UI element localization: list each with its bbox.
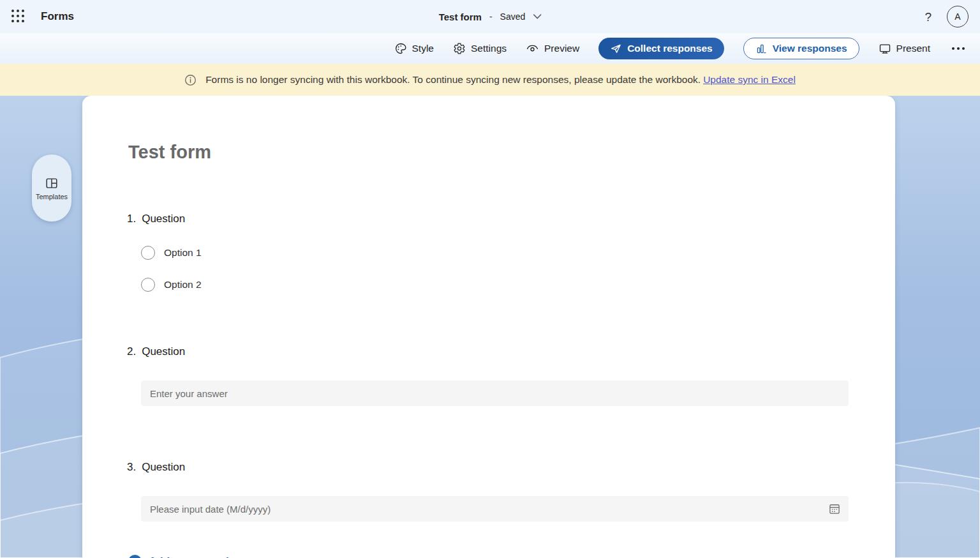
app-launcher-icon[interactable]: [11, 10, 26, 24]
question-2[interactable]: 2. Question: [127, 345, 895, 406]
date-answer-input[interactable]: [141, 496, 849, 522]
save-status: Saved: [500, 11, 526, 22]
sync-warning-banner: Forms is no longer syncing with this wor…: [0, 64, 980, 96]
top-app-bar: Forms Test form - Saved ? A: [0, 0, 980, 33]
chevron-down-icon: [533, 14, 541, 19]
form-toolbar: Style Settings Preview Collect responses…: [0, 33, 980, 64]
option-1-label: Option 1: [164, 247, 202, 259]
question-3-number: 3.: [127, 461, 136, 474]
account-avatar[interactable]: A: [947, 6, 969, 27]
question-1-options: Option 1 Option 2: [141, 246, 895, 292]
question-1-heading: 1. Question: [127, 213, 895, 225]
calendar-icon[interactable]: [828, 502, 841, 515]
help-button[interactable]: ?: [924, 11, 932, 23]
question-2-heading: 2. Question: [127, 345, 895, 358]
style-button[interactable]: Style: [394, 42, 434, 55]
question-3[interactable]: 3. Question: [127, 461, 895, 522]
main-area: Templates Test form 1. Question Option 1…: [0, 96, 980, 558]
app-name: Forms: [41, 10, 74, 23]
document-title-menu[interactable]: Test form - Saved: [439, 0, 542, 33]
send-icon: [610, 43, 622, 55]
present-label: Present: [896, 43, 930, 54]
eye-icon: [526, 42, 539, 55]
question-3-heading: 3. Question: [127, 461, 895, 474]
update-sync-link[interactable]: Update sync in Excel: [703, 74, 796, 86]
style-label: Style: [412, 43, 434, 54]
question-3-title: Question: [142, 461, 185, 474]
plus-icon: +: [128, 555, 142, 558]
question-2-answer: [141, 381, 849, 406]
radio-icon[interactable]: [141, 278, 155, 292]
question-1-title: Question: [142, 213, 185, 225]
option-2-label: Option 2: [164, 279, 202, 290]
settings-label: Settings: [471, 43, 507, 54]
templates-button[interactable]: Templates: [32, 155, 71, 222]
radio-icon[interactable]: [141, 246, 155, 260]
question-1[interactable]: 1. Question Option 1 Option 2: [127, 213, 895, 292]
option-2[interactable]: Option 2: [141, 278, 895, 292]
gear-icon: [453, 42, 466, 55]
preview-button[interactable]: Preview: [526, 42, 579, 55]
templates-label: Templates: [36, 193, 68, 200]
templates-icon: [45, 176, 59, 190]
question-3-answer: [141, 496, 849, 522]
sync-warning-text: Forms is no longer syncing with this wor…: [205, 74, 701, 86]
view-responses-button[interactable]: View responses: [743, 38, 859, 59]
title-separator: -: [489, 11, 493, 22]
info-icon: [184, 74, 197, 86]
topbar-right: ? A: [924, 6, 969, 27]
form-card: Test form 1. Question Option 1 Option 2: [82, 96, 895, 558]
palette-icon: [394, 42, 407, 55]
document-title: Test form: [439, 11, 482, 22]
bar-chart-icon: [755, 43, 768, 55]
question-2-title: Question: [142, 345, 185, 358]
more-options-icon[interactable]: [949, 45, 967, 52]
add-new-question-label: Add new question: [149, 555, 242, 558]
question-2-number: 2.: [127, 345, 136, 358]
preview-label: Preview: [544, 43, 579, 54]
text-answer-input[interactable]: [141, 381, 849, 406]
settings-button[interactable]: Settings: [453, 42, 507, 55]
option-1[interactable]: Option 1: [141, 246, 895, 260]
add-new-question-button[interactable]: + Add new question: [128, 555, 895, 558]
present-button[interactable]: Present: [879, 42, 930, 55]
question-1-number: 1.: [127, 213, 136, 225]
form-title[interactable]: Test form: [128, 142, 895, 163]
view-responses-label: View responses: [773, 43, 847, 54]
collect-responses-button[interactable]: Collect responses: [598, 38, 724, 59]
collect-responses-label: Collect responses: [627, 43, 713, 54]
monitor-icon: [879, 42, 891, 55]
